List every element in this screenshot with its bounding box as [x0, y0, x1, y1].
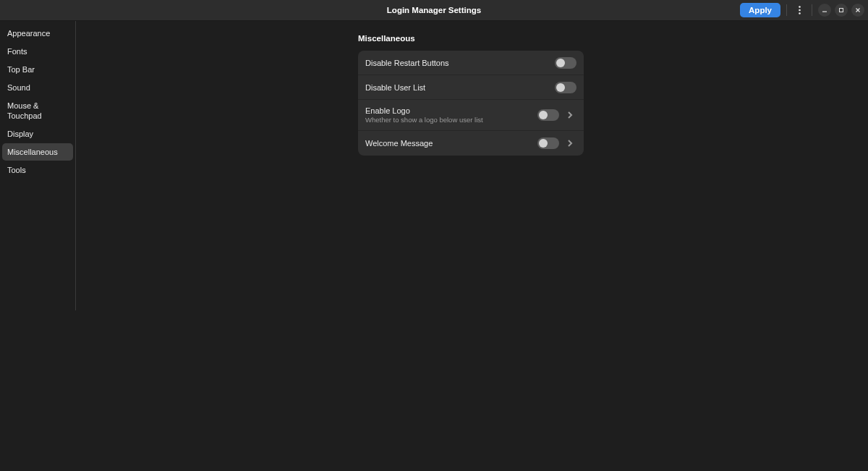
svg-rect-4: [840, 9, 843, 12]
row-title: Disable User List: [365, 82, 540, 93]
svg-point-0: [799, 6, 801, 8]
toggle-disable-restart-buttons[interactable]: [555, 57, 576, 69]
content: Appearance Fonts Top Bar Sound Mouse & T…: [0, 21, 868, 310]
row-text: Disable User List: [365, 82, 540, 93]
menu-button[interactable]: [793, 4, 806, 17]
svg-rect-3: [822, 12, 827, 12]
window-title: Login Manager Settings: [387, 6, 481, 14]
row-disable-restart-buttons: Disable Restart Buttons: [358, 51, 584, 75]
sidebar-item-appearance[interactable]: Appearance: [2, 25, 73, 42]
maximize-button[interactable]: [835, 4, 848, 17]
headerbar-right: Apply: [740, 3, 864, 17]
chevron-right-icon: [563, 140, 576, 147]
separator: [812, 4, 812, 16]
svg-point-1: [799, 9, 801, 12]
close-button[interactable]: [851, 4, 864, 17]
row-title: Disable Restart Buttons: [365, 58, 540, 68]
sidebar-item-mouse-touchpad[interactable]: Mouse & Touchpad: [2, 97, 73, 124]
row-text: Welcome Message: [365, 138, 537, 148]
row-disable-user-list: Disable User List: [358, 75, 584, 100]
miscellaneous-section: Miscellaneous Disable Restart Buttons Di…: [358, 34, 584, 156]
main-content: Miscellaneous Disable Restart Buttons Di…: [76, 21, 868, 310]
toggle-disable-user-list[interactable]: [555, 82, 576, 93]
sidebar: Appearance Fonts Top Bar Sound Mouse & T…: [0, 21, 76, 310]
row-subtitle: Whether to show a logo below user list: [365, 116, 537, 124]
window-controls: [818, 4, 864, 17]
toggle-welcome-message[interactable]: [537, 137, 559, 149]
sidebar-item-top-bar[interactable]: Top Bar: [2, 61, 73, 78]
sidebar-item-display[interactable]: Display: [2, 125, 73, 143]
switch-knob: [539, 111, 548, 119]
settings-list: Disable Restart Buttons Disable User Lis…: [358, 51, 584, 156]
close-icon: [855, 7, 861, 13]
kebab-menu-icon: [799, 6, 801, 14]
row-title: Enable Logo: [365, 106, 537, 116]
headerbar: Login Manager Settings Apply: [0, 0, 868, 21]
section-title: Miscellaneous: [358, 34, 584, 43]
svg-point-2: [799, 12, 801, 14]
row-text: Disable Restart Buttons: [365, 58, 540, 68]
switch-knob: [556, 59, 565, 67]
switch-knob: [556, 83, 565, 92]
row-title: Welcome Message: [365, 138, 537, 148]
separator: [786, 4, 787, 16]
toggle-enable-logo[interactable]: [537, 109, 559, 121]
apply-button[interactable]: Apply: [740, 3, 780, 17]
switch-knob: [539, 139, 548, 148]
row-enable-logo[interactable]: Enable Logo Whether to show a logo below…: [358, 100, 584, 131]
sidebar-item-fonts[interactable]: Fonts: [2, 43, 73, 60]
sidebar-item-sound[interactable]: Sound: [2, 79, 73, 96]
row-welcome-message[interactable]: Welcome Message: [358, 131, 584, 156]
sidebar-item-miscellaneous[interactable]: Miscellaneous: [2, 143, 73, 161]
row-text: Enable Logo Whether to show a logo below…: [365, 106, 537, 124]
sidebar-item-tools[interactable]: Tools: [2, 161, 73, 179]
chevron-right-icon: [563, 111, 576, 119]
maximize-icon: [838, 7, 844, 13]
minimize-button[interactable]: [818, 4, 831, 17]
minimize-icon: [822, 7, 827, 13]
